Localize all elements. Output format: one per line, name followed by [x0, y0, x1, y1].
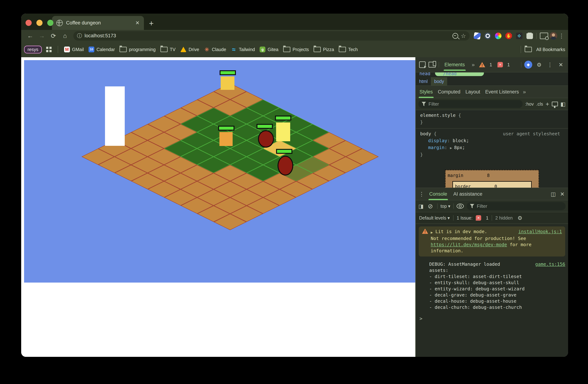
expand-message-icon[interactable]: ▶ — [431, 228, 433, 235]
box-model-diagram[interactable]: margin 8 border 0 — [445, 170, 539, 188]
toggle-hover-state-button[interactable]: :hov — [525, 101, 534, 107]
source-link[interactable]: installHook.js:1 — [518, 228, 562, 235]
close-tab-icon[interactable]: ✕ — [135, 20, 140, 26]
css-declaration[interactable]: display: block; — [420, 137, 564, 144]
more-panels-icon[interactable]: » — [470, 62, 476, 68]
bookmark-item[interactable]: programming — [120, 47, 155, 52]
browser-menu-icon[interactable]: ⋮ — [559, 32, 564, 39]
bookmark-star-icon[interactable]: ☆ — [461, 32, 466, 39]
skull-enemy[interactable] — [277, 156, 293, 176]
warning-icon[interactable] — [479, 62, 485, 68]
bookmark-item[interactable]: gGitea — [260, 46, 278, 52]
log-levels-dropdown[interactable]: Default levels ▾ — [419, 215, 450, 221]
split-panel-icon[interactable]: ◫ — [549, 191, 557, 197]
zoom-out-icon[interactable] — [452, 33, 458, 39]
error-icon[interactable]: ✕ — [498, 62, 503, 68]
bookmark-item[interactable]: ≈Tailwind — [231, 46, 255, 52]
console-prompt[interactable]: > — [416, 311, 568, 322]
adblock-extension-icon[interactable] — [505, 33, 512, 39]
site-info-icon[interactable]: ⓘ — [77, 32, 82, 39]
dom-tree-clipped-row[interactable]: head /head — [416, 72, 568, 77]
tab-search-devices-icon[interactable] — [540, 33, 548, 39]
bookmark-item[interactable]: Projects — [283, 47, 309, 52]
device-toolbar-icon[interactable] — [428, 62, 436, 68]
bookmark-item[interactable]: Pizza — [314, 47, 334, 52]
hidden-messages-label[interactable]: 2 hidden — [495, 215, 513, 221]
home-icon[interactable]: ⌂ — [60, 32, 70, 39]
show-console-sidebar-icon[interactable]: ◨ — [418, 203, 423, 209]
color-picker-extension-icon[interactable] — [474, 32, 481, 40]
styles-filter-input[interactable]: Filter — [418, 100, 523, 108]
breadcrumb-html[interactable]: html — [416, 77, 431, 86]
bookmark-resys-pill[interactable]: resys — [24, 46, 42, 53]
password-manager-extension-icon[interactable] — [484, 33, 491, 39]
tab-ai-assistance[interactable]: AI assistance — [451, 188, 485, 200]
inspect-element-icon[interactable] — [419, 61, 426, 68]
bookmark-item[interactable]: ✳Claude — [204, 46, 226, 52]
tab-console[interactable]: Console — [427, 188, 450, 200]
new-tab-button[interactable]: + — [149, 19, 154, 27]
debug-line: - entity-wizard: debug-asset-wizard — [429, 286, 565, 292]
console-close-icon[interactable]: ✕ — [558, 191, 566, 197]
devtools-menu-icon[interactable]: ⋮ — [546, 62, 554, 68]
devtools-close-icon[interactable]: ✕ — [557, 62, 565, 68]
console-header: ⋮ Console AI assistance ◫ ✕ — [416, 188, 568, 200]
forward-icon[interactable]: → — [37, 32, 47, 39]
back-icon[interactable]: ← — [25, 32, 35, 39]
rendering-brush-icon[interactable] — [552, 102, 558, 106]
coffee-cup-orange[interactable] — [219, 132, 233, 146]
skull-enemy[interactable] — [258, 130, 274, 148]
wizard-placeholder[interactable] — [105, 86, 125, 146]
bookmark-item[interactable]: TV — [160, 47, 176, 52]
css-declaration[interactable]: margin: ▶ 8px; — [420, 144, 564, 151]
reload-icon[interactable]: ⟳ — [48, 32, 59, 40]
toggle-class-button[interactable]: .cls — [536, 101, 543, 107]
maximize-window-button[interactable] — [47, 20, 53, 26]
console-debug-message[interactable]: DEBUG: AssetManager loaded game.ts:156 a… — [416, 258, 568, 311]
console-settings-gear-icon[interactable]: ⚙ — [516, 215, 524, 221]
browser-tab[interactable]: Coffee dungeon ✕ — [52, 16, 144, 30]
apps-grid-icon[interactable] — [46, 47, 52, 52]
ai-assistance-icon[interactable]: ◆ — [524, 61, 532, 69]
clear-console-icon[interactable]: ⊘ — [426, 203, 434, 210]
breadcrumb-body[interactable]: body — [431, 77, 447, 86]
bookmark-item[interactable]: Drive — [180, 47, 199, 52]
tab-layout[interactable]: Layout — [463, 86, 483, 98]
element-style-selector[interactable]: element.style — [420, 113, 456, 118]
more-tabs-icon[interactable]: » — [521, 89, 527, 95]
address-bar[interactable]: ⓘ localhost:5173 ☆ — [73, 31, 470, 41]
toggle-sidebar-icon[interactable]: ◧ — [561, 101, 566, 107]
tab-computed[interactable]: Computed — [435, 86, 463, 98]
tab-event-listeners[interactable]: Event Listeners — [483, 86, 521, 98]
bookmark-item[interactable]: MGMail — [64, 46, 84, 52]
profile-avatar[interactable] — [550, 32, 557, 40]
issues-label[interactable]: 1 Issue: — [457, 215, 473, 221]
live-expression-eye-icon[interactable] — [457, 203, 464, 209]
debug-line: - dirt-tileset: asset-dirt-tileset — [429, 273, 565, 280]
execution-context-selector[interactable]: top ▾ — [441, 203, 450, 209]
body-style-rule[interactable]: user agent stylesheet body { display: bl… — [416, 128, 568, 158]
console-filter-input[interactable]: Filter — [467, 202, 566, 210]
all-bookmarks-label[interactable]: All Bookmarks — [536, 47, 565, 52]
coffee-cup-yellow[interactable] — [276, 122, 290, 141]
console-warning-message[interactable]: ▶ Lit is in dev mode. installHook.js:1 N… — [419, 226, 565, 256]
console-sidebar-menu-icon[interactable]: ⋮ — [418, 191, 426, 197]
color-wheel-extension-icon[interactable] — [495, 33, 502, 39]
issue-badge-icon[interactable]: ✕ — [476, 215, 481, 221]
tab-styles[interactable]: Styles — [417, 86, 435, 98]
bookmark-item[interactable]: Tech — [339, 47, 358, 52]
tab-elements[interactable]: Elements — [442, 59, 467, 71]
folder-icon — [314, 47, 321, 52]
coffee-cup-gold[interactable] — [221, 76, 234, 90]
game-canvas[interactable] — [24, 60, 415, 283]
bookmark-item[interactable]: 10Calendar — [88, 46, 115, 52]
close-window-button[interactable] — [25, 20, 32, 26]
browser-toolbar: ← → ⟳ ⌂ ⓘ localhost:5173 ☆ ⋮ — [21, 30, 568, 42]
devtools-settings-gear-icon[interactable]: ⚙ — [535, 62, 543, 68]
source-link[interactable]: game.ts:156 — [535, 261, 565, 267]
generic-extension-icon[interactable] — [526, 33, 533, 39]
dev-mode-link[interactable]: https://lit.dev/msg/dev-mode — [431, 242, 507, 247]
minimize-window-button[interactable] — [36, 20, 42, 26]
react-devtools-extension-icon[interactable] — [516, 33, 523, 39]
new-style-rule-icon[interactable]: + — [546, 101, 549, 108]
